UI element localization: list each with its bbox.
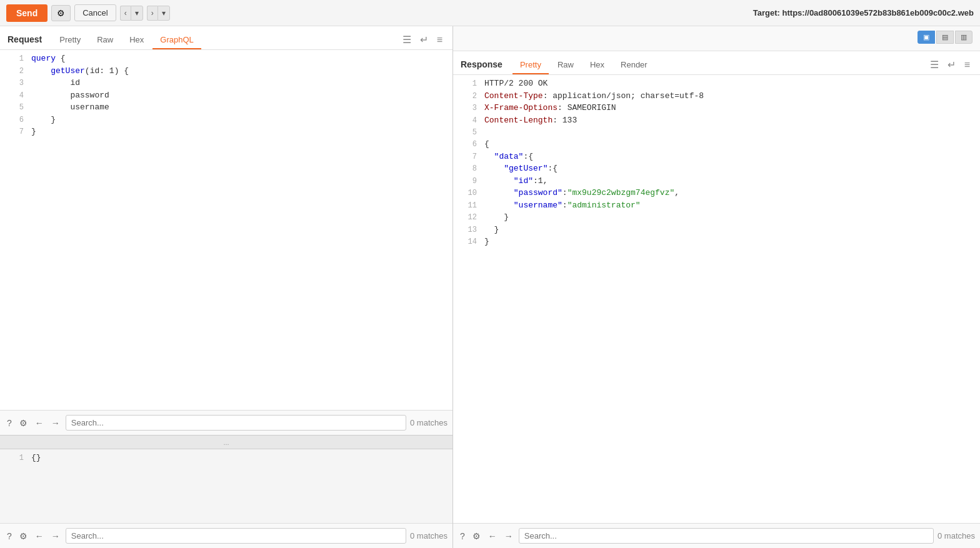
code-line: 6 { bbox=[453, 138, 980, 151]
code-line: 2 Content-Type: application/json; charse… bbox=[453, 90, 980, 102]
code-line: 7 "data":{ bbox=[453, 151, 980, 163]
response-list-button[interactable]: ☰ bbox=[928, 57, 941, 72]
search-input-response[interactable] bbox=[519, 528, 934, 544]
prev-search-button-vars[interactable]: ← bbox=[33, 529, 46, 543]
toolbar-dots: ... bbox=[223, 439, 229, 446]
request-tab-bar: Pretty Raw Hex GraphQL ☰ ↵ ≡ bbox=[52, 31, 445, 49]
view-single-button[interactable]: ▥ bbox=[955, 31, 972, 44]
request-panel-header: Request Pretty Raw Hex GraphQL ☰ ↵ ≡ bbox=[0, 26, 452, 50]
next-dropdown-button[interactable]: ▾ bbox=[158, 6, 170, 21]
settings-button-query[interactable]: ⚙ bbox=[18, 416, 29, 430]
response-tab-tools: ☰ ↵ ≡ bbox=[928, 57, 972, 74]
code-line: 3 X-Frame-Options: SAMEORIGIN bbox=[453, 102, 980, 114]
code-line: 13 } bbox=[453, 224, 980, 236]
code-line: 6 } bbox=[0, 114, 452, 126]
search-input-query[interactable] bbox=[66, 415, 406, 431]
next-search-button-vars[interactable]: → bbox=[49, 529, 62, 543]
query-editor-section: Request Pretty Raw Hex GraphQL ☰ ↵ ≡ 1 bbox=[0, 26, 452, 436]
variables-mini-toolbar: ... bbox=[0, 436, 452, 449]
view-mode-buttons: ▣ ▤ ▥ bbox=[918, 31, 972, 46]
code-line: 1 query { bbox=[0, 52, 452, 65]
response-wrap-button[interactable]: ≡ bbox=[962, 58, 972, 72]
top-toolbar: Send ⚙ Cancel ‹ ▾ › ▾ Target: https://0a… bbox=[0, 0, 980, 26]
request-tab-tools: ☰ ↵ ≡ bbox=[400, 32, 445, 49]
code-line: 5 username bbox=[0, 101, 452, 114]
code-line: 3 id bbox=[0, 77, 452, 89]
next-button[interactable]: › bbox=[147, 6, 158, 21]
query-code-area[interactable]: 1 query { 2 getUser(id: 1) { 3 id 4 pass… bbox=[0, 50, 452, 410]
query-search-bar: ? ⚙ ← → 0 matches bbox=[0, 410, 452, 435]
tab-render-response[interactable]: Render bbox=[613, 56, 655, 74]
response-panel-title: Response bbox=[461, 59, 502, 74]
send-button[interactable]: Send bbox=[6, 4, 48, 22]
variables-search-bar: ? ⚙ ← → 0 matches bbox=[0, 523, 452, 548]
tab-hex-response[interactable]: Hex bbox=[582, 56, 612, 74]
response-panel-header: Response Pretty Raw Hex Render ☰ ↵ ≡ bbox=[453, 51, 980, 75]
next-search-button-response[interactable]: → bbox=[502, 529, 515, 543]
help-button-vars[interactable]: ? bbox=[5, 529, 14, 543]
code-line: 4 password bbox=[0, 89, 452, 102]
help-button-query[interactable]: ? bbox=[5, 416, 14, 430]
request-panel: Request Pretty Raw Hex GraphQL ☰ ↵ ≡ 1 bbox=[0, 26, 453, 548]
main-layout: Request Pretty Raw Hex GraphQL ☰ ↵ ≡ 1 bbox=[0, 26, 980, 548]
cancel-button[interactable]: Cancel bbox=[74, 4, 116, 21]
prev-button[interactable]: ‹ bbox=[120, 6, 131, 21]
settings-button-vars[interactable]: ⚙ bbox=[18, 529, 29, 543]
prettify-button[interactable]: ☰ bbox=[400, 32, 414, 47]
code-line: 11 "username":"administrator" bbox=[453, 199, 980, 212]
code-line: 1 {} bbox=[0, 452, 452, 464]
settings-button[interactable]: ⚙ bbox=[51, 5, 71, 21]
variables-section: ... 1 {} ? ⚙ ← → 0 matches bbox=[0, 436, 452, 548]
response-newline-button[interactable]: ↵ bbox=[945, 57, 958, 72]
tab-hex-request[interactable]: Hex bbox=[122, 31, 151, 49]
response-search-bar: ? ⚙ ← → 0 matches bbox=[453, 523, 980, 548]
next-search-button-query[interactable]: → bbox=[49, 416, 62, 430]
response-panel: ▣ ▤ ▥ Response Pretty Raw Hex Render ☰ ↵… bbox=[453, 26, 980, 548]
next-nav-group: › ▾ bbox=[147, 6, 170, 21]
settings-button-response[interactable]: ⚙ bbox=[471, 529, 482, 543]
code-line: 1 HTTP/2 200 OK bbox=[453, 77, 980, 90]
code-line: 7 } bbox=[0, 126, 452, 138]
code-line: 12 } bbox=[453, 211, 980, 224]
matches-count-query: 0 matches bbox=[410, 418, 448, 427]
view-horizontal-button[interactable]: ▤ bbox=[936, 31, 954, 44]
prev-nav-group: ‹ ▾ bbox=[120, 6, 143, 21]
matches-count-vars: 0 matches bbox=[410, 531, 448, 541]
search-input-vars[interactable] bbox=[66, 528, 406, 544]
code-line: 5 bbox=[453, 126, 980, 138]
prev-search-button-query[interactable]: ← bbox=[33, 416, 46, 430]
tab-pretty-request[interactable]: Pretty bbox=[52, 31, 88, 49]
code-line: 14 } bbox=[453, 236, 980, 248]
newline-button[interactable]: ↵ bbox=[418, 32, 431, 47]
help-button-response[interactable]: ? bbox=[458, 529, 467, 543]
code-line: 10 "password":"mx9u29c2wbzgm74egfvz", bbox=[453, 187, 980, 199]
variables-code-area[interactable]: 1 {} bbox=[0, 449, 452, 523]
prev-dropdown-button[interactable]: ▾ bbox=[131, 6, 143, 21]
tab-raw-response[interactable]: Raw bbox=[550, 56, 581, 74]
code-line: 9 "id":1, bbox=[453, 175, 980, 187]
tab-raw-request[interactable]: Raw bbox=[89, 31, 121, 49]
wrap-button[interactable]: ≡ bbox=[434, 33, 445, 47]
view-split-button[interactable]: ▣ bbox=[918, 31, 935, 44]
response-code-area[interactable]: 1 HTTP/2 200 OK 2 Content-Type: applicat… bbox=[453, 75, 980, 523]
prev-search-button-response[interactable]: ← bbox=[486, 529, 499, 543]
matches-count-response: 0 matches bbox=[938, 531, 975, 541]
tab-graphql-request[interactable]: GraphQL bbox=[152, 31, 201, 49]
code-line: 8 "getUser":{ bbox=[453, 162, 980, 175]
code-line: 4 Content-Length: 133 bbox=[453, 114, 980, 127]
tab-pretty-response[interactable]: Pretty bbox=[512, 56, 549, 74]
view-mode-area: ▣ ▤ ▥ bbox=[453, 26, 980, 51]
code-line: 2 getUser(id: 1) { bbox=[0, 65, 452, 77]
target-label: Target: https://0ad80061039e572b83b861eb… bbox=[753, 8, 974, 17]
request-panel-title: Request bbox=[8, 34, 42, 49]
response-tab-bar: Pretty Raw Hex Render ☰ ↵ ≡ bbox=[512, 56, 972, 74]
